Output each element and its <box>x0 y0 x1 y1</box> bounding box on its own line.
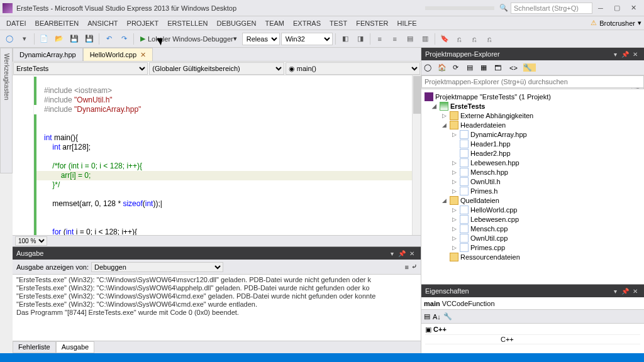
tab-errorlist[interactable]: Fehlerliste <box>13 341 56 353</box>
progress-bar <box>425 6 494 10</box>
redo-button[interactable]: ↷ <box>117 32 131 46</box>
save-button[interactable]: 💾 <box>67 32 81 46</box>
nav-scope2[interactable]: (Globaler Gültigkeitsbereich) <box>149 62 284 75</box>
menu-hilfe[interactable]: HILFE <box>394 18 421 28</box>
tb-misc2-icon[interactable]: ⎌ <box>468 32 482 46</box>
tb-uncomment-icon[interactable]: ▥ <box>418 32 432 46</box>
menu-debuggen[interactable]: DEBUGGEN <box>213 18 260 28</box>
solution-tree[interactable]: Projektmappe "ErsteTests" (1 Projekt) ◢E… <box>421 89 644 284</box>
file-icon <box>460 140 469 148</box>
tb-outdent-icon[interactable]: ≡ <box>388 32 402 46</box>
output-pin-icon[interactable]: 📌 <box>397 248 407 258</box>
menu-extras[interactable]: EXTRAS <box>289 18 325 28</box>
output-dropdown-icon[interactable]: ▾ <box>387 248 397 258</box>
solexp-code-icon[interactable]: <> <box>509 64 522 72</box>
tb-comment-icon[interactable]: ▤ <box>403 32 417 46</box>
vs-icon <box>3 3 13 13</box>
props-close-icon[interactable]: ✕ <box>630 286 640 296</box>
solexp-dropdown-icon[interactable]: ▾ <box>610 49 620 59</box>
solexp-props-icon[interactable]: 🗔 <box>494 64 507 72</box>
toolbox-tab[interactable]: Werkzeugkasten <box>0 48 13 173</box>
solution-icon <box>425 92 433 101</box>
solexp-showall-icon[interactable]: ▦ <box>480 63 493 72</box>
file-icon <box>460 168 469 177</box>
menu-datei[interactable]: DATEI <box>3 18 30 28</box>
output-close-icon[interactable]: ✕ <box>407 248 417 258</box>
quicklaunch-input[interactable]: Schnellstart (Strg+Q) <box>511 3 592 14</box>
status-bar <box>0 353 644 362</box>
solexp-back-icon[interactable]: 🏠 <box>438 63 450 72</box>
file-icon <box>460 243 469 252</box>
tb-misc1-icon[interactable]: ⎌ <box>453 32 467 46</box>
expand-icon[interactable]: ◢ <box>430 103 438 109</box>
code-editor[interactable]: #include <iostream> #include "OwnUtil.h"… <box>13 75 421 235</box>
maximize-button[interactable]: ▢ <box>609 3 625 14</box>
nav-scope3[interactable]: ◉ main() <box>286 62 420 75</box>
solexp-collapse-icon[interactable]: ▤ <box>467 63 479 72</box>
tb-icon-1[interactable]: ◧ <box>338 32 352 46</box>
expand-icon[interactable]: ◢ <box>440 122 448 128</box>
file-icon <box>460 177 469 186</box>
folder-icon <box>450 253 458 261</box>
file-icon <box>460 224 469 233</box>
tb-misc3-icon[interactable]: ⎌ <box>483 32 497 46</box>
menu-test[interactable]: TEST <box>326 18 351 28</box>
project-icon <box>440 102 448 111</box>
expand-icon[interactable]: ▷ <box>440 112 448 119</box>
minimize-button[interactable]: ─ <box>592 3 609 14</box>
new-button[interactable]: 📄 <box>37 32 51 46</box>
config-select[interactable]: Release <box>242 33 280 45</box>
tb-bookmark-icon[interactable]: 🔖 <box>438 32 452 46</box>
forward-button[interactable]: ▾ <box>18 32 31 46</box>
undo-button[interactable]: ↶ <box>102 32 116 46</box>
output-source-select[interactable]: Debuggen <box>91 262 223 272</box>
close-button[interactable]: ✕ <box>625 3 641 14</box>
output-body[interactable]: "ErsteTests.exe" (Win32): "C:\Windows\Sy… <box>13 275 421 341</box>
saveall-button[interactable]: 💾 <box>82 32 96 46</box>
tb-icon-2[interactable]: ◨ <box>353 32 367 46</box>
platform-select[interactable]: Win32 <box>281 33 333 45</box>
output-wrap-icon[interactable]: ⤶ <box>411 263 417 271</box>
props-header: Eigenschaften ▾ 📌 ✕ <box>421 285 644 297</box>
props-dropdown-icon[interactable]: ▾ <box>610 286 620 296</box>
menu-fenster[interactable]: FENSTER <box>352 18 392 28</box>
menu-team[interactable]: TEAM <box>261 18 288 28</box>
toolbar: ◯ ▾ 📄 📂 💾 💾 ↶ ↷ ▶Lokaler Windows-Debugge… <box>0 30 644 48</box>
tb-indent-icon[interactable]: ≡ <box>373 32 387 46</box>
props-az-icon[interactable]: A↓ <box>433 313 441 321</box>
menu-projekt[interactable]: PROJEKT <box>123 18 163 28</box>
solexp-wrench-icon[interactable]: 🔧 <box>523 63 536 72</box>
props-object-select[interactable]: main VCCodeFunction <box>421 297 644 310</box>
props-cat-icon[interactable]: ▤ <box>424 312 430 321</box>
debug-start-button[interactable]: ▶Lokaler Windows-Debugger ▾ <box>136 32 241 46</box>
menu-bearbeiten[interactable]: BEARBEITEN <box>31 18 83 28</box>
solexp-search[interactable] <box>421 75 644 88</box>
file-icon <box>460 206 469 214</box>
nav-scope1[interactable]: ErsteTests <box>13 62 148 75</box>
tab-output[interactable]: Ausgabe <box>56 341 94 353</box>
zoom-select[interactable]: 100 % <box>15 236 47 246</box>
file-icon <box>460 215 469 224</box>
tab-dynamicarray[interactable]: DynamicArray.hpp <box>13 48 83 61</box>
solexp-home-icon[interactable]: ◯ <box>424 63 436 72</box>
user-dropdown-icon[interactable]: ▾ <box>638 19 641 27</box>
output-source-label: Ausgabe anzeigen von: <box>16 263 89 271</box>
props-wrench-icon[interactable]: 🔧 <box>443 312 452 321</box>
props-category[interactable]: ▣ C++ <box>425 325 640 335</box>
menu-ansicht[interactable]: ANSICHT <box>84 18 121 28</box>
folder-icon <box>450 111 458 120</box>
close-icon[interactable]: ✕ <box>140 51 146 59</box>
file-icon <box>460 234 469 243</box>
props-pin-icon[interactable]: 📌 <box>620 286 630 296</box>
menu-erstellen[interactable]: ERSTELLEN <box>164 18 211 28</box>
tab-helloworld[interactable]: HelloWorld.cpp✕ <box>83 48 153 61</box>
editor-scrollbar[interactable] <box>412 75 421 235</box>
expand-icon[interactable]: ◢ <box>440 197 448 204</box>
solexp-close-icon[interactable]: ✕ <box>630 49 640 59</box>
solexp-refresh-icon[interactable]: ⟳ <box>453 63 465 72</box>
play-icon: ▶ <box>140 35 145 43</box>
output-clear-icon[interactable]: ≡ <box>405 263 409 271</box>
back-button[interactable]: ◯ <box>3 32 16 46</box>
solexp-pin-icon[interactable]: 📌 <box>620 49 630 59</box>
open-button[interactable]: 📂 <box>52 32 66 46</box>
